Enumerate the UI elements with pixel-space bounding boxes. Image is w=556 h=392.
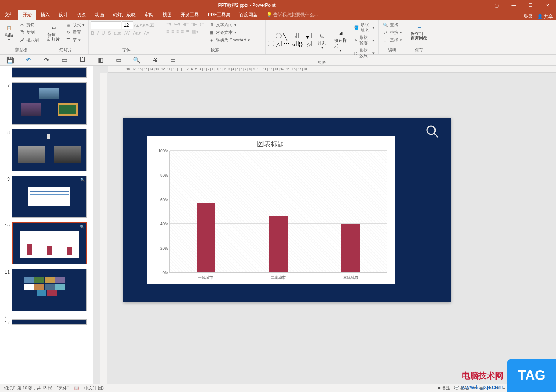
slide-thumb-10[interactable]: 🔍 (12, 222, 87, 264)
qat-zoom-button[interactable]: 🔍 (133, 57, 140, 64)
tab-baidu[interactable]: 百度网盘 (235, 10, 262, 20)
login-link[interactable]: 登录 (524, 14, 533, 20)
ribbon-options-icon[interactable]: ▢ (488, 0, 505, 11)
shape-line-icon[interactable]: ╲ (283, 33, 289, 38)
indent-decrease-button[interactable]: ◀≡ (183, 21, 189, 27)
shape-fill-button[interactable]: 🪣形状填充 ▾ (352, 21, 376, 33)
tab-design[interactable]: 设计 (54, 10, 72, 20)
shape-effects-button[interactable]: ◎形状效果 ▾ (352, 47, 376, 59)
shape-arrow-icon[interactable]: → (291, 33, 297, 38)
qat-redo-button[interactable]: ↷ (43, 57, 50, 64)
collapse-ribbon-button[interactable]: ˇ (553, 49, 554, 53)
tab-slideshow[interactable]: 幻灯片放映 (108, 10, 140, 20)
distribute-button[interactable]: ≣ (186, 29, 190, 34)
select-button[interactable]: ⬚选择 ▾ (381, 36, 404, 43)
tell-me[interactable]: 💡 告诉我您想要做什么... (262, 10, 322, 20)
share-button[interactable]: 👤 共享 (537, 14, 553, 20)
spacing-button[interactable]: AV (124, 30, 130, 36)
qat-save-button[interactable]: 💾 (7, 57, 14, 64)
language-status[interactable]: 中文(中国) (84, 385, 104, 391)
qat-insert-object-button[interactable]: ◧ (97, 57, 104, 64)
minimize-button[interactable]: — (505, 0, 522, 11)
reset-button[interactable]: ↻重置 (64, 29, 86, 36)
shape-oval-icon[interactable] (276, 33, 282, 38)
tab-view[interactable]: 视图 (158, 10, 176, 20)
format-painter-button[interactable]: 🖌格式刷 (17, 36, 40, 43)
qat-slideshow-button[interactable]: ▭ (115, 57, 122, 64)
shape-brace-icon[interactable]: {} (298, 41, 304, 46)
tab-pdf[interactable]: PDF工具集 (203, 10, 235, 20)
qat-print-button[interactable]: 🖨 (151, 57, 158, 64)
shape-gallery[interactable]: ╲→▾ △〰⤷{}☆ (268, 33, 312, 47)
columns-button[interactable]: ▥▾ (192, 29, 198, 34)
italic-button[interactable]: I (97, 30, 99, 36)
shape-rect-icon[interactable] (268, 33, 274, 38)
tab-animation[interactable]: 动画 (90, 10, 108, 20)
slide-thumb-11[interactable] (12, 269, 87, 311)
tab-insert[interactable]: 插入 (36, 10, 54, 20)
bold-button[interactable]: B (91, 30, 94, 36)
slide-thumb-9[interactable]: 🔍 (12, 176, 87, 218)
slide-canvas[interactable]: 图表标题 0% 20% 40% 60% 80% 100% (123, 118, 451, 302)
quick-style-button[interactable]: ◢快速样式▾ (332, 28, 349, 53)
align-left-button[interactable]: ≡ (166, 29, 169, 34)
line-spacing-button[interactable]: ↕≡ (199, 21, 204, 27)
section-button[interactable]: ☰节 ▾ (64, 36, 86, 43)
indent-increase-button[interactable]: ≡▶ (191, 21, 197, 27)
increase-font-button[interactable]: A▴ (134, 23, 139, 28)
underline-button[interactable]: U (102, 30, 105, 36)
shape-more-icon[interactable]: ▾ (306, 33, 312, 38)
slide-thumb-12-partial[interactable] (12, 319, 87, 325)
shape-curve-icon[interactable]: 〰 (283, 41, 289, 46)
slide-edit-area[interactable]: 18·|·17·|·16·|·15·|·14·|·13·|·12·|·11·|·… (93, 66, 556, 384)
case-button[interactable]: Aa▾ (133, 30, 141, 36)
strike-button[interactable]: S (108, 30, 111, 36)
font-name-input[interactable] (91, 21, 121, 29)
smartart-button[interactable]: ◈转换为 SmartArt ▾ (207, 36, 251, 43)
decrease-font-button[interactable]: A▾ (140, 23, 145, 28)
cut-button[interactable]: ✂剪切 (17, 21, 40, 28)
justify-button[interactable]: ≡ (181, 29, 184, 34)
font-size-input[interactable] (122, 21, 133, 29)
slide-thumbnails-panel[interactable]: 7 8 9 🔍 10 (0, 66, 93, 384)
tab-file[interactable]: 文件 (0, 10, 18, 20)
paste-button[interactable]: 📋 粘贴 ▾ (2, 23, 16, 42)
maximize-button[interactable]: ☐ (522, 0, 539, 11)
shadow-button[interactable]: abc (114, 30, 121, 36)
chart-object[interactable]: 图表标题 0% 20% 40% 60% 80% 100% (147, 136, 395, 284)
qat-touch-button[interactable]: ▭ (169, 57, 176, 64)
tab-developer[interactable]: 开发工具 (176, 10, 203, 20)
shape-connector-icon[interactable]: ⤷ (291, 41, 297, 46)
qat-insert-picture-button[interactable]: 🖼 (79, 57, 86, 64)
qat-start-from-beginning-button[interactable]: ▭ (61, 57, 68, 64)
shape-rect2-icon[interactable] (298, 33, 304, 38)
find-button[interactable]: 🔍查找 (381, 21, 404, 28)
new-slide-button[interactable]: ▭ 新建 幻灯片 (45, 23, 62, 42)
copy-button[interactable]: ⿻复制 (17, 29, 40, 36)
shape-roundrect-icon[interactable] (268, 41, 274, 46)
tab-transition[interactable]: 切换 (72, 10, 90, 20)
numbering-button[interactable]: ≔▾ (174, 21, 180, 27)
align-center-button[interactable]: ≡ (171, 29, 174, 34)
bullets-button[interactable]: ≡▾ (166, 21, 171, 27)
shape-star-icon[interactable]: ☆ (306, 41, 312, 46)
font-color-button[interactable]: A▾ (144, 30, 149, 36)
tab-home[interactable]: 开始 (18, 10, 36, 20)
clear-format-button[interactable]: A⌫ (146, 23, 154, 28)
shape-outline-button[interactable]: ✎形状轮廓 ▾ (352, 34, 376, 46)
spellcheck-icon[interactable]: 📖 (74, 386, 79, 390)
replace-button[interactable]: ⇄替换 ▾ (381, 29, 404, 36)
text-direction-button[interactable]: ⇅文字方向 ▾ (207, 21, 251, 28)
slide-thumb-7[interactable] (12, 82, 87, 125)
align-right-button[interactable]: ≡ (176, 29, 179, 34)
slide-thumb-6-partial[interactable] (12, 67, 87, 78)
notes-button[interactable]: ≐ 备注 (437, 385, 450, 391)
align-text-button[interactable]: ▦对齐文本 ▾ (207, 29, 251, 36)
qat-undo-button[interactable]: ↶ (25, 57, 32, 64)
close-button[interactable]: ✕ (539, 0, 556, 11)
slide-thumb-8[interactable] (12, 129, 87, 171)
arrange-button[interactable]: ⿻排列▾ (315, 30, 329, 50)
shape-tri-icon[interactable]: △ (276, 41, 282, 46)
layout-button[interactable]: ▦版式 ▾ (64, 21, 86, 28)
save-baidu-button[interactable]: ☁ 保存到 百度网盘 (408, 21, 430, 41)
